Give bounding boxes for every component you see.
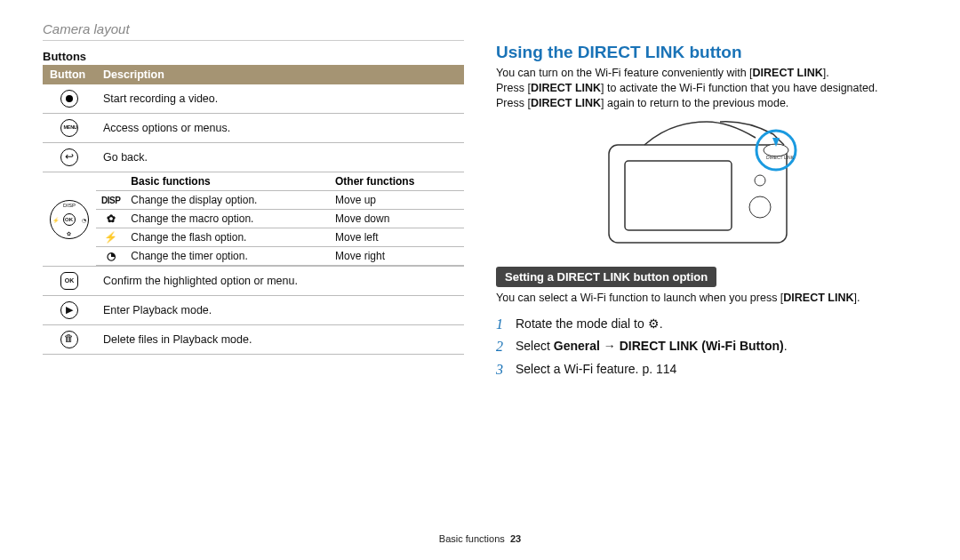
dpad-functions-table: Basic functions Other functions DISP Cha… [96, 172, 464, 266]
svg-text:DIRECT LINK: DIRECT LINK [766, 155, 795, 160]
svg-rect-1 [625, 161, 732, 230]
menu-icon [60, 119, 78, 137]
setting-option-pill: Setting a DIRECT LINK button option [496, 267, 716, 287]
macro-icon: ✿ [96, 210, 125, 228]
desc-record: Start recording a video. [96, 84, 464, 114]
col-button: Button [43, 65, 96, 84]
table-row: Delete files in Playback mode. [43, 325, 464, 355]
dpad-icon: DISP✿ ⚡◔ [50, 200, 89, 239]
camera-illustration: DIRECT LINK [496, 118, 917, 254]
desc-play: Enter Playback mode. [96, 296, 464, 325]
gear-icon: ⚙ [648, 316, 660, 331]
col-description: Description [96, 65, 464, 84]
other-down: Move down [330, 210, 464, 228]
setting-option-desc: You can select a Wi-Fi function to launc… [496, 291, 917, 306]
playback-icon [60, 301, 78, 319]
page-footer: Basic functions 23 [0, 533, 960, 544]
trash-icon [60, 331, 78, 348]
desc-ok: Confirm the highlighted option or menu. [96, 267, 464, 296]
basic-flash: Change the flash option. [125, 228, 330, 247]
desc-trash: Delete files in Playback mode. [96, 325, 464, 355]
other-up: Move up [330, 191, 464, 210]
direct-link-heading: Using the DIRECT LINK button [496, 43, 917, 62]
table-row: Start recording a video. [43, 84, 464, 114]
table-row-dpad: DISP✿ ⚡◔ Basic functions Other functions [43, 172, 464, 267]
step-1: Rotate the mode dial to ⚙. [496, 313, 917, 336]
other-right: Move right [330, 247, 464, 266]
timer-icon: ◔ [96, 247, 125, 266]
flash-icon: ⚡ [96, 228, 125, 247]
desc-menu: Access options or menus. [96, 114, 464, 143]
record-icon [60, 90, 78, 108]
back-icon [60, 148, 78, 166]
desc-back: Go back. [96, 143, 464, 172]
step-3: Select a Wi-Fi feature. p. 114 [496, 358, 917, 381]
table-row: Access options or menus. [43, 114, 464, 143]
breadcrumb: Camera layout [43, 21, 464, 36]
steps-list: Rotate the mode dial to ⚙. Select Genera… [496, 313, 917, 381]
buttons-table: Button Description Start recording a vid… [43, 65, 464, 355]
ok-icon [60, 272, 78, 290]
direct-link-intro: You can turn on the Wi-Fi feature conven… [496, 66, 917, 111]
table-row: Go back. [43, 143, 464, 172]
table-row: Enter Playback mode. [43, 296, 464, 325]
basic-disp: Change the display option. [125, 191, 330, 210]
col-other: Other functions [330, 172, 464, 191]
disp-icon: DISP [101, 196, 120, 205]
other-left: Move left [330, 228, 464, 247]
basic-macro: Change the macro option. [125, 210, 330, 228]
col-basic: Basic functions [125, 172, 330, 191]
basic-timer: Change the timer option. [125, 247, 330, 266]
step-2: Select General → DIRECT LINK (Wi-Fi Butt… [496, 335, 917, 358]
table-row: Confirm the highlighted option or menu. [43, 267, 464, 296]
divider [43, 40, 464, 41]
buttons-heading: Buttons [43, 50, 464, 63]
